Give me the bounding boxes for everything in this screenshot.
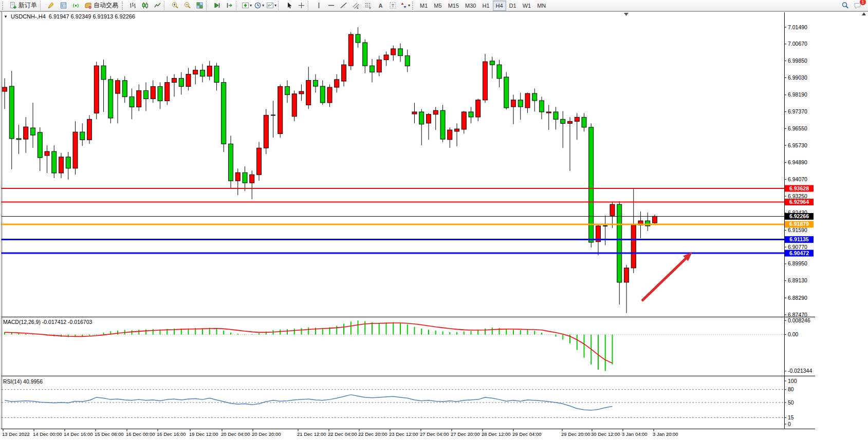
candle: [624, 268, 629, 282]
svg-text:30 Dec 12:00: 30 Dec 12:00: [591, 431, 620, 437]
signals-button[interactable]: [69, 0, 82, 11]
autotrading-button[interactable]: 自动交易: [82, 0, 121, 11]
chart-shift-button[interactable]: [223, 0, 235, 11]
arrows-tool-button[interactable]: ▾: [399, 0, 411, 11]
toolbar-grip[interactable]: [122, 2, 125, 10]
svg-text:6.94070: 6.94070: [788, 176, 807, 182]
zoom-in-button[interactable]: [169, 0, 181, 11]
trendline-icon: [340, 2, 347, 9]
trendline-button[interactable]: [337, 0, 349, 11]
toolbar-grip[interactable]: [2, 2, 6, 10]
timeframe-button-m1[interactable]: M1: [417, 1, 431, 11]
text-icon: A: [377, 2, 384, 9]
chart-canvas[interactable]: 7.014907.006706.998506.990306.981906.973…: [0, 11, 868, 441]
candle: [561, 119, 565, 123]
bar-chart-button[interactable]: [126, 0, 139, 11]
chevron-down-icon: ▾: [408, 3, 410, 8]
chart-shift-icon: [226, 2, 233, 9]
cursor-icon: [285, 2, 293, 9]
horizontal-line-button[interactable]: [325, 0, 337, 11]
tile-windows-button[interactable]: [193, 0, 206, 11]
timeframe-button-h1[interactable]: H1: [479, 1, 492, 11]
new-order-label: 新订单: [19, 1, 37, 10]
timeframe-button-mn[interactable]: MN: [534, 1, 549, 11]
toolbar-grip[interactable]: [412, 2, 416, 10]
svg-text:29 Dec 04:00: 29 Dec 04:00: [512, 431, 542, 437]
label-button[interactable]: T: [386, 0, 399, 11]
svg-text:20 Dec 04:00: 20 Dec 04:00: [221, 431, 250, 437]
timeframe-group: M1M5M15M30H1H4D1W1MN: [417, 1, 549, 11]
candle: [285, 86, 290, 94]
candlestick-chart-button[interactable]: [139, 0, 151, 11]
candle: [59, 157, 64, 173]
signal-icon: [72, 2, 80, 9]
candle: [504, 77, 509, 108]
toolbar-separator: [206, 1, 210, 10]
equidistant-channel-button[interactable]: E: [349, 0, 362, 11]
timeframe-button-m30[interactable]: M30: [462, 1, 479, 11]
svg-text:F: F: [369, 7, 371, 10]
vertical-line-button[interactable]: [312, 0, 325, 11]
candle: [440, 110, 445, 139]
candle: [377, 60, 381, 72]
svg-text:15: 15: [788, 414, 794, 420]
candle: [24, 127, 28, 139]
periods-button[interactable]: ▾: [253, 0, 265, 11]
candle: [610, 204, 615, 216]
svg-text:6.93250: 6.93250: [788, 193, 807, 199]
vertical-line-icon: [315, 2, 323, 9]
candle: [172, 78, 177, 82]
candle: [221, 82, 226, 144]
timeframe-button-h4[interactable]: H4: [493, 1, 506, 11]
svg-text:-0.021344: -0.021344: [788, 368, 812, 374]
new-order-button[interactable]: 新订单: [7, 0, 40, 11]
auto-scroll-button[interactable]: [211, 0, 223, 11]
svg-text:6.87470: 6.87470: [788, 312, 807, 318]
timeframe-button-m5[interactable]: M5: [431, 1, 445, 11]
templates-button[interactable]: ▾: [265, 0, 278, 11]
highlighter-button[interactable]: [45, 0, 57, 11]
market-watch-icon: [60, 2, 67, 9]
timeframe-button-w1[interactable]: W1: [520, 1, 534, 11]
search-button[interactable]: [839, 0, 852, 11]
svg-text:T: T: [391, 3, 394, 8]
candle: [483, 62, 488, 100]
auto-scroll-icon: [213, 2, 221, 9]
candle: [87, 119, 92, 140]
indicators-button[interactable]: ▾: [241, 0, 253, 11]
line-chart-button[interactable]: [151, 0, 163, 11]
crosshair-button[interactable]: [295, 0, 307, 11]
candle: [540, 101, 544, 112]
autotrading-icon: [84, 2, 92, 9]
notifications-button[interactable]: 1: [852, 0, 864, 11]
svg-text:6.90770: 6.90770: [788, 244, 807, 250]
fibonacci-button[interactable]: F: [362, 0, 374, 11]
chart-symbol-title[interactable]: ▼ USDCNH-,H4 6.91947 6.92349 6.91913 6.9…: [4, 13, 135, 20]
fibonacci-icon: F: [364, 2, 372, 9]
timeframe-button-d1[interactable]: D1: [506, 1, 520, 11]
template-icon: [266, 2, 274, 9]
toolbar-separator: [278, 1, 282, 10]
cursor-button[interactable]: [283, 0, 295, 11]
candle: [292, 94, 297, 117]
candle: [546, 112, 551, 113]
candle: [122, 81, 127, 97]
candle: [653, 216, 657, 223]
text-button[interactable]: A: [374, 0, 386, 11]
candle: [363, 43, 367, 66]
candle: [66, 157, 70, 168]
chevron-down-icon: ▾: [262, 3, 264, 8]
svg-text:E: E: [357, 6, 359, 9]
candle: [433, 110, 438, 114]
zoom-out-button[interactable]: [181, 0, 193, 11]
candle: [45, 151, 49, 156]
candle: [525, 93, 530, 108]
market-watch-button[interactable]: [57, 0, 69, 11]
candle: [158, 86, 162, 101]
svg-text:6.97370: 6.97370: [788, 108, 807, 114]
candle: [427, 114, 431, 123]
candle: [412, 112, 417, 114]
candle: [356, 34, 360, 43]
line-chart-icon: [154, 2, 161, 9]
timeframe-button-m15[interactable]: M15: [445, 1, 462, 11]
